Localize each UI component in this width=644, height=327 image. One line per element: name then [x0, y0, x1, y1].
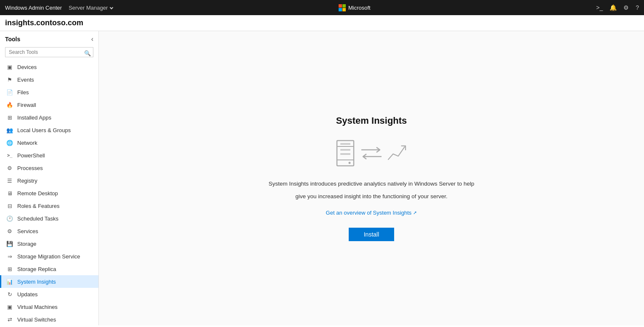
- page-hostname: insights.contoso.com: [5, 19, 639, 27]
- ms-squares-icon: [339, 4, 346, 11]
- ms-sq4: [342, 8, 346, 11]
- sidebar-collapse-button[interactable]: ‹: [91, 35, 93, 43]
- updates-icon: ↻: [6, 291, 13, 298]
- help-icon[interactable]: ?: [636, 4, 639, 11]
- ms-sq1: [339, 4, 342, 8]
- processes-icon: ⚙: [6, 165, 13, 171]
- svg-rect-5: [340, 153, 350, 155]
- sidebar-item-label: Network: [17, 140, 37, 146]
- sidebar-item-events[interactable]: ⚑ Events: [0, 73, 98, 86]
- sidebar-item-firewall[interactable]: 🔥 Firewall: [0, 98, 98, 111]
- sidebar-item-label: Remote Desktop: [17, 190, 58, 197]
- sidebar-item-label: PowerShell: [17, 152, 45, 159]
- server-icon: [334, 139, 356, 167]
- trend-icon: [387, 142, 408, 164]
- roles-icon: ⊟: [6, 202, 13, 209]
- install-button[interactable]: Install: [349, 228, 395, 241]
- sidebar-item-files[interactable]: 📄 Files: [0, 86, 98, 98]
- sidebar-item-processes[interactable]: ⚙ Processes: [0, 162, 98, 174]
- bell-icon[interactable]: 🔔: [610, 4, 617, 11]
- sidebar-item-updates[interactable]: ↻ Updates: [0, 288, 98, 300]
- sidebar-search-container: 🔍: [0, 45, 98, 61]
- sidebar: Tools ‹ 🔍 ▣ Devices ⚑ Events 📄 Files 🔥 F…: [0, 31, 99, 325]
- app-title: Windows Admin Center: [5, 5, 62, 11]
- sidebar-item-network[interactable]: 🌐 Network: [0, 136, 98, 149]
- sidebar-item-storage-migration[interactable]: ⇒ Storage Migration Service: [0, 250, 98, 263]
- local-users-icon: 👥: [6, 127, 13, 133]
- sidebar-item-label: Storage: [17, 241, 37, 247]
- sidebar-item-installed-apps[interactable]: ⊞ Installed Apps: [0, 111, 98, 124]
- sidebar-item-services[interactable]: ⚙ Services: [0, 225, 98, 237]
- sidebar-item-devices[interactable]: ▣ Devices: [0, 61, 98, 73]
- sidebar-item-label: Storage Migration Service: [17, 253, 80, 260]
- insights-description-line2: give you increased insight into the func…: [295, 192, 448, 201]
- server-manager-menu[interactable]: Server Manager: [69, 5, 113, 11]
- sidebar-item-label: Storage Replica: [17, 266, 56, 272]
- remote-desktop-icon: 🖥: [6, 190, 13, 197]
- sidebar-item-virtual-machines[interactable]: ▣ Virtual Machines: [0, 300, 98, 313]
- sidebar-item-storage-replica[interactable]: ⊞ Storage Replica: [0, 263, 98, 275]
- sidebar-item-label: Scheduled Tasks: [17, 215, 58, 222]
- sidebar-nav-list: ▣ Devices ⚑ Events 📄 Files 🔥 Firewall ⊞ …: [0, 61, 98, 325]
- tools-label: Tools: [5, 36, 20, 43]
- sidebar-item-label: Firewall: [17, 102, 36, 108]
- network-icon: 🌐: [6, 139, 13, 146]
- ms-sq3: [339, 8, 342, 11]
- topbar-center: Microsoft: [339, 4, 371, 11]
- sidebar-item-label: Roles & Features: [17, 203, 59, 209]
- registry-icon: ☰: [6, 177, 13, 184]
- sidebar-item-remote-desktop[interactable]: 🖥 Remote Desktop: [0, 187, 98, 199]
- sidebar-item-label: Virtual Switches: [17, 316, 56, 323]
- search-input[interactable]: [5, 47, 93, 57]
- sidebar-item-label: Services: [17, 228, 38, 234]
- sidebar-item-label: Events: [17, 77, 34, 83]
- virtual-machines-icon: ▣: [6, 303, 13, 310]
- system-insights-icon: 📊: [6, 278, 13, 285]
- sidebar-header: Tools ‹: [0, 31, 98, 45]
- sidebar-item-storage[interactable]: 💾 Storage: [0, 237, 98, 250]
- ms-brand-label: Microsoft: [348, 5, 371, 11]
- sidebar-item-powershell[interactable]: >_ PowerShell: [0, 149, 98, 162]
- svg-rect-3: [340, 143, 350, 145]
- storage-icon: 💾: [6, 240, 13, 247]
- scheduled-tasks-icon: 🕐: [6, 215, 13, 222]
- firewall-icon: 🔥: [6, 101, 13, 108]
- microsoft-logo: Microsoft: [339, 4, 371, 11]
- sidebar-item-label: Devices: [17, 64, 37, 70]
- sidebar-item-label: Registry: [17, 178, 37, 184]
- ms-sq2: [342, 4, 346, 8]
- sidebar-item-label: System Insights: [17, 279, 56, 285]
- storage-migration-icon: ⇒: [6, 253, 13, 260]
- topbar-left: Windows Admin Center Server Manager: [5, 5, 113, 11]
- insights-link-label: Get an overview of System Insights: [326, 210, 412, 216]
- virtual-switches-icon: ⇄: [6, 316, 13, 323]
- search-icon: 🔍: [84, 50, 91, 56]
- insights-description-line1: System Insights introduces predictive an…: [268, 179, 474, 189]
- storage-replica-icon: ⊞: [6, 266, 13, 272]
- svg-point-6: [349, 162, 351, 164]
- sidebar-item-system-insights[interactable]: 📊 System Insights: [0, 275, 98, 288]
- insights-panel: System Insights: [268, 115, 474, 241]
- terminal-icon[interactable]: >_: [596, 4, 603, 11]
- sidebar-item-scheduled-tasks[interactable]: 🕐 Scheduled Tasks: [0, 212, 98, 225]
- services-icon: ⚙: [6, 228, 13, 234]
- sidebar-item-registry[interactable]: ☰ Registry: [0, 174, 98, 187]
- powershell-icon: >_: [6, 152, 13, 159]
- arrows-icon: [360, 146, 382, 161]
- sidebar-item-roles-features[interactable]: ⊟ Roles & Features: [0, 199, 98, 212]
- topbar: Windows Admin Center Server Manager Micr…: [0, 0, 644, 15]
- files-icon: 📄: [6, 89, 13, 96]
- main-layout: Tools ‹ 🔍 ▣ Devices ⚑ Events 📄 Files 🔥 F…: [0, 31, 644, 325]
- events-icon: ⚑: [6, 76, 13, 83]
- sidebar-item-label: Local Users & Groups: [17, 127, 71, 133]
- insights-overview-link[interactable]: Get an overview of System Insights ➚: [326, 210, 417, 216]
- insights-icons-row: [334, 139, 408, 167]
- installed-apps-icon: ⊞: [6, 114, 13, 121]
- insights-title: System Insights: [336, 115, 407, 126]
- sidebar-item-label: Virtual Machines: [17, 304, 58, 310]
- sidebar-item-local-users[interactable]: 👥 Local Users & Groups: [0, 124, 98, 136]
- subtitle-bar: insights.contoso.com: [0, 15, 644, 31]
- sidebar-item-virtual-switches[interactable]: ⇄ Virtual Switches: [0, 313, 98, 325]
- sidebar-item-label: Processes: [17, 165, 43, 171]
- settings-icon[interactable]: ⚙: [623, 4, 629, 11]
